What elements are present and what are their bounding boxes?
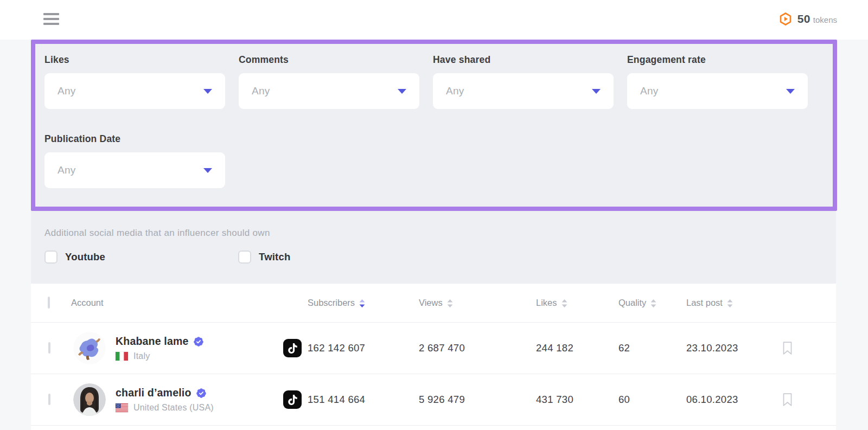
filter-comments-label: Comments [239, 54, 419, 66]
chevron-down-icon [203, 89, 212, 94]
filter-have-shared-select[interactable]: Any [433, 73, 614, 109]
influencer-table: Account Subscribers Views Likes Qua [31, 284, 836, 430]
table-row[interactable]: Khabane lame Italy [31, 323, 836, 374]
quality-value: 62 [618, 342, 686, 354]
account-cell[interactable]: charli d’amelio [71, 383, 283, 416]
last-post-value: 23.10.2023 [686, 342, 782, 354]
views-value: 2 687 470 [419, 342, 536, 354]
verified-badge-icon [196, 388, 207, 399]
youtube-checkbox-option[interactable]: Youtube [44, 251, 238, 264]
twitch-checkbox-option[interactable]: Twitch [238, 251, 290, 264]
column-header-quality[interactable]: Quality [618, 298, 686, 308]
subscribers-value: 162 142 607 [308, 342, 419, 354]
verified-badge-icon [193, 336, 204, 347]
hamburger-menu-icon[interactable] [43, 13, 59, 25]
account-cell[interactable]: Khabane lame Italy [71, 332, 283, 364]
chevron-down-icon [592, 89, 601, 94]
column-header-views[interactable]: Views [419, 298, 536, 308]
column-label: Last post [686, 298, 723, 308]
twitch-label: Twitch [259, 251, 290, 263]
column-label: Likes [536, 298, 557, 308]
top-bar: 50 tokens [0, 0, 868, 40]
column-label: Subscribers [308, 298, 355, 308]
youtube-label: Youtube [65, 251, 105, 263]
additional-social-section: Additional social media that an influenc… [44, 228, 822, 264]
likes-value: 244 182 [536, 342, 618, 354]
column-header-last-post[interactable]: Last post [686, 298, 782, 308]
filter-engagement-rate: Engagement rate Any [627, 54, 808, 109]
avatar [73, 332, 106, 364]
column-header-subscribers[interactable]: Subscribers [308, 298, 419, 308]
filter-engagement-rate-value: Any [640, 85, 659, 97]
chevron-down-icon [786, 89, 795, 94]
filter-publication-date-select[interactable]: Any [44, 152, 225, 188]
tokens-balance[interactable]: 50 tokens [778, 12, 837, 26]
sort-icon [561, 299, 567, 307]
column-header-account: Account [71, 298, 283, 308]
row-checkbox[interactable] [48, 394, 50, 405]
filter-likes-select[interactable]: Any [44, 73, 225, 109]
tokens-label: tokens [813, 15, 837, 24]
filters-panel: Likes Any Comments Any Have shared Any E… [31, 40, 836, 284]
chevron-down-icon [398, 89, 406, 94]
influencer-name[interactable]: Khabane lame [116, 335, 189, 348]
influencer-country: Italy [133, 351, 150, 361]
filter-comments: Comments Any [239, 54, 419, 109]
quality-value: 60 [618, 394, 686, 406]
row-checkbox[interactable] [48, 342, 50, 354]
table-header-row: Account Subscribers Views Likes Qua [31, 284, 836, 323]
influencer-name[interactable]: charli d’amelio [116, 387, 192, 399]
token-icon [778, 12, 793, 26]
sort-icon [727, 299, 733, 307]
likes-value: 431 730 [536, 394, 618, 406]
filter-publication-date-label: Publication Date [44, 133, 225, 145]
filter-likes-value: Any [58, 85, 76, 97]
filter-engagement-rate-select[interactable]: Any [627, 73, 808, 109]
filter-comments-value: Any [252, 85, 270, 97]
sort-icon [359, 299, 365, 307]
italy-flag-icon [116, 352, 128, 361]
views-value: 5 926 479 [419, 394, 536, 406]
chevron-down-icon [203, 168, 212, 173]
filter-publication-date: Publication Date Any [44, 133, 225, 188]
youtube-checkbox[interactable] [44, 251, 58, 264]
bookmark-icon[interactable] [782, 341, 793, 355]
filter-comments-select[interactable]: Any [239, 73, 419, 109]
sort-icon [650, 299, 656, 307]
select-all-checkbox[interactable] [48, 297, 50, 309]
filter-have-shared: Have shared Any [433, 54, 614, 109]
subscribers-value: 151 414 664 [308, 394, 419, 406]
avatar [73, 383, 106, 416]
column-label: Account [71, 298, 104, 308]
filter-publication-date-value: Any [58, 164, 76, 176]
twitch-checkbox[interactable] [238, 251, 251, 264]
filter-have-shared-label: Have shared [433, 54, 614, 66]
filter-have-shared-value: Any [446, 85, 464, 97]
tiktok-icon [283, 339, 302, 357]
filter-likes-label: Likes [44, 54, 225, 66]
last-post-value: 06.10.2023 [686, 394, 782, 406]
usa-flag-icon [116, 403, 128, 412]
sort-icon [447, 299, 453, 307]
filter-engagement-rate-label: Engagement rate [627, 54, 808, 66]
filter-likes: Likes Any [44, 54, 225, 109]
column-label: Quality [618, 298, 646, 308]
column-header-likes[interactable]: Likes [536, 298, 618, 308]
column-label: Views [419, 298, 443, 308]
table-row[interactable]: charli d’amelio [31, 374, 836, 426]
tokens-count: 50 [797, 12, 810, 25]
tiktok-icon [283, 390, 302, 409]
additional-social-title: Additional social media that an influenc… [44, 228, 822, 239]
bookmark-icon[interactable] [782, 393, 793, 407]
influencer-country: United States (USA) [133, 403, 214, 413]
